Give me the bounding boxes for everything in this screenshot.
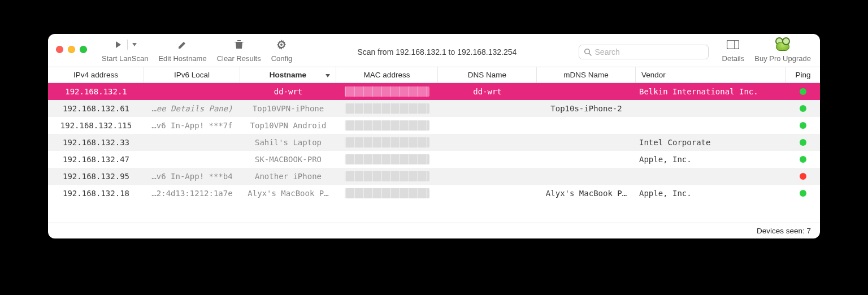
cell-hostname: Alyx's MacBook P… [240,185,336,202]
cell-mdns: Top10s-iPhone-2 [537,100,636,117]
start-dropdown-icon[interactable] [132,43,137,46]
details-label: Details [722,54,745,63]
edit-hostname-button[interactable]: Edit Hostname [155,37,210,63]
cell-hostname: Sahil's Laptop [240,134,336,151]
ping-status-dot [800,139,806,146]
cell-mdns [537,83,636,100]
cell-dns [438,100,537,117]
cell-hostname: Top10VPN Android [240,117,336,134]
col-header-dns[interactable]: DNS Name [438,67,537,83]
col-header-hostname[interactable]: Hostname [240,67,336,83]
start-lanscan-label: Start LanScan [102,54,148,63]
table-row[interactable]: 192.168.132.115…v6 In-App! ***7fTop10VPN… [48,117,820,134]
cell-ping [786,134,820,151]
frog-icon [775,38,791,51]
config-button[interactable]: Config [268,37,296,63]
start-lanscan-button[interactable]: Start LanScan [98,37,151,63]
cell-vendor [636,100,786,117]
col-header-mac[interactable]: MAC address [336,67,438,83]
col-header-vendor[interactable]: Vendor [636,67,786,83]
cell-mac [336,151,438,168]
results-table: IPv4 address IPv6 Local Hostname MAC add… [48,67,820,223]
traffic-lights [56,37,95,53]
cell-vendor: Intel Corporate [636,134,786,151]
cell-ipv6 [144,134,240,151]
table-row[interactable]: 192.168.132.1dd-wrtdd-wrtBelkin Internat… [48,83,820,100]
cell-hostname: Another iPhone [240,168,336,185]
cell-mac [336,134,438,151]
trash-icon [235,40,244,50]
table-row[interactable]: 192.168.132.33Sahil's LaptopIntel Corpor… [48,134,820,151]
toolbar: Start LanScan Edit Hostname Clear Result… [48,34,820,67]
sort-chevron-icon [326,71,330,79]
cell-ipv4: 192.168.132.1 [48,83,144,100]
devices-seen-label: Devices seen: 7 [757,227,811,235]
status-bar: Devices seen: 7 [48,223,820,238]
gear-icon [276,40,287,50]
details-button[interactable]: Details [712,37,748,63]
cell-mac [336,117,438,134]
cell-ping [786,168,820,185]
cell-ipv4: 192.168.132.33 [48,134,144,151]
ping-status-dot [800,122,806,129]
cell-ipv4: 192.168.132.61 [48,100,144,117]
mac-redacted [345,137,429,148]
details-panel-icon [727,40,739,49]
mac-redacted [345,154,429,164]
cell-ipv6 [144,151,240,168]
col-header-mdns[interactable]: mDNS Name [537,67,636,83]
svg-rect-2 [727,41,739,49]
cell-hostname: Top10VPN-iPhone [240,100,336,117]
search-input[interactable] [595,47,704,57]
search-field[interactable] [579,45,709,59]
search-icon [584,48,592,56]
cell-ipv4: 192.168.132.95 [48,168,144,185]
col-header-ipv4[interactable]: IPv4 address [48,67,144,83]
cell-mac [336,185,438,202]
col-header-ipv6[interactable]: IPv6 Local [144,67,240,83]
cell-mdns [537,117,636,134]
cell-vendor: Apple, Inc. [636,185,786,202]
edit-hostname-label: Edit Hostname [158,54,206,63]
close-window-button[interactable] [56,46,63,53]
cell-ipv6 [144,83,240,100]
config-label: Config [271,54,293,63]
table-row[interactable]: 192.168.132.61…ee Details Pane)Top10VPN-… [48,100,820,117]
buy-pro-label: Buy Pro Upgrade [754,54,811,63]
cell-ipv6: …v6 In-App! ***b4 [144,168,240,185]
cell-hostname: dd-wrt [240,83,336,100]
cell-ipv4: 192.168.132.47 [48,151,144,168]
table-row[interactable]: 192.168.132.47SK-MACBOOK-PROApple, Inc. [48,151,820,168]
col-header-ping[interactable]: Ping [786,67,820,83]
cell-ping [786,151,820,168]
ping-status-dot [800,173,806,180]
ping-status-dot [800,88,806,95]
cell-ipv4: 192.168.132.115 [48,117,144,134]
cell-vendor [636,117,786,134]
clear-results-button[interactable]: Clear Results [214,37,264,63]
cell-hostname: SK-MACBOOK-PRO [240,151,336,168]
cell-dns [438,168,537,185]
cell-ipv6: …ee Details Pane) [144,100,240,117]
mac-redacted [345,120,429,131]
table-row[interactable]: 192.168.132.18…2:4d13:1212:1a7eAlyx's Ma… [48,185,820,202]
table-body: 192.168.132.1dd-wrtdd-wrtBelkin Internat… [48,83,820,202]
table-header: IPv4 address IPv6 Local Hostname MAC add… [48,67,820,83]
cell-dns [438,117,537,134]
cell-dns [438,134,537,151]
cell-vendor: Apple, Inc. [636,151,786,168]
cell-mdns [537,168,636,185]
cell-vendor [636,168,786,185]
cell-mdns: Alyx's MacBook P… [537,185,636,202]
cell-ipv6: …v6 In-App! ***7f [144,117,240,134]
svg-line-1 [589,54,591,56]
buy-pro-button[interactable]: Buy Pro Upgrade [751,37,814,63]
cell-mdns [537,151,636,168]
table-row[interactable]: 192.168.132.95…v6 In-App! ***b4Another i… [48,168,820,185]
mac-redacted [345,86,429,97]
cell-ipv4: 192.168.132.18 [48,185,144,202]
zoom-window-button[interactable] [80,46,87,53]
cell-dns [438,151,537,168]
minimize-window-button[interactable] [68,46,75,53]
cell-mdns [537,134,636,151]
